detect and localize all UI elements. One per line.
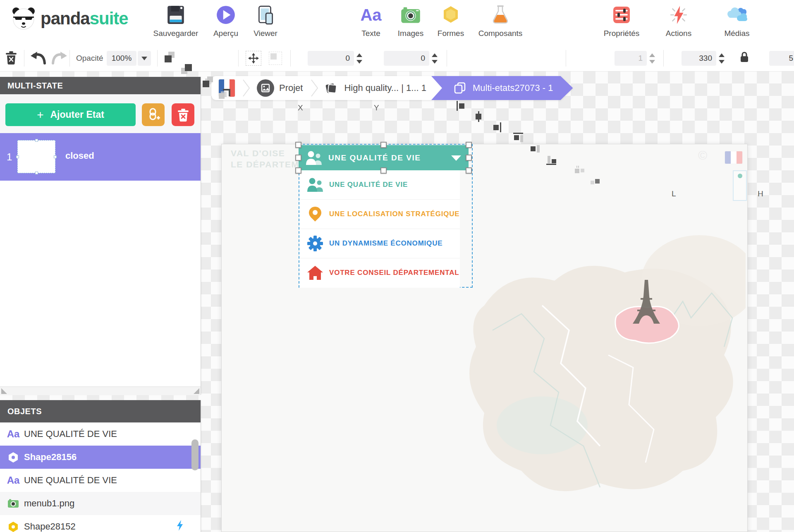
top-toolbar: pandasuite Sauvegarder Ap — [0, 0, 794, 46]
distribute-vertical-button[interactable] — [590, 176, 600, 186]
panda-logo-icon — [11, 6, 36, 31]
lock-ratio-button[interactable] — [739, 51, 749, 63]
people-icon — [305, 150, 323, 165]
x-value-field[interactable]: 0 — [308, 51, 354, 66]
house-icon — [305, 265, 325, 280]
image-object-icon — [5, 499, 22, 508]
breadcrumb-component-active[interactable]: Multi-etats27073 - 1 — [431, 76, 573, 100]
text-object-icon: Aa — [5, 475, 22, 485]
viewer-button[interactable]: Viewer — [243, 3, 288, 38]
multistate-empty-area — [0, 181, 201, 386]
object-row-shape28156-selected[interactable]: Shape28156 — [0, 446, 201, 469]
selection-handle-ne[interactable] — [466, 142, 472, 148]
menu-item-label: UNE QUALITÉ DE VIE — [329, 181, 408, 189]
preview-button[interactable]: Aperçu — [203, 3, 249, 38]
chevron-down-icon — [451, 155, 461, 161]
link-state-button[interactable] — [142, 103, 165, 126]
media-button[interactable]: Médias — [714, 3, 760, 38]
width-value-field[interactable]: 330 — [682, 51, 716, 66]
breadcrumb-project[interactable]: Projet — [251, 79, 310, 97]
images-tool-button[interactable]: Images — [388, 3, 433, 38]
state-thumbnail[interactable] — [17, 140, 55, 173]
y-stepper[interactable] — [430, 51, 439, 66]
align-center-horizontal-button[interactable] — [473, 111, 484, 122]
resize-grip-left[interactable] — [1, 388, 7, 394]
menu-item-quality[interactable]: UNE QUALITÉ DE VIE — [299, 170, 460, 200]
format-toolbar: Opacité 100% X 0 — [0, 45, 794, 72]
hexagon-icon — [428, 3, 474, 26]
panel-resize-bar[interactable] — [0, 386, 201, 395]
copyright-mark: © — [698, 148, 707, 162]
menu-header-label: UNE QUALITÉ DE VIE — [328, 153, 421, 162]
bring-forward-button[interactable] — [164, 51, 176, 63]
rotation-value-field[interactable]: 1 — [615, 51, 647, 66]
rotation-stepper[interactable] — [648, 51, 657, 66]
move-tool-button[interactable] — [246, 51, 261, 66]
menu-header-bar-selected[interactable]: UNE QUALITÉ DE VIE — [299, 145, 469, 170]
state-row-closed[interactable]: 1 closed — [0, 133, 201, 181]
width-label: L — [672, 181, 676, 207]
send-to-back-button[interactable] — [218, 88, 230, 100]
align-bottom-button[interactable] — [546, 154, 557, 165]
menu-dropdown-panel: UNE QUALITÉ DE VIE UNE LOCALISATION STRA… — [299, 170, 460, 288]
link-plus-icon — [147, 108, 160, 122]
state-name: closed — [65, 150, 94, 161]
save-button[interactable]: Sauvegarder — [148, 3, 203, 38]
objects-panel: OBJETS Aa UNE QUALITÉ DE VIE Shape28156 … — [0, 400, 201, 532]
object-row-image[interactable]: menub1.png — [0, 492, 201, 515]
y-value-field[interactable]: 0 — [384, 51, 429, 66]
menu-item-conseil[interactable]: VOTRE CONSEIL DÉPARTEMENTAL — [299, 258, 460, 287]
components-button[interactable]: Composants — [474, 3, 527, 38]
object-row-text-1[interactable]: Aa UNE QUALITÉ DE VIE — [0, 422, 201, 446]
object-row-text-2[interactable]: Aa UNE QUALITÉ DE VIE — [0, 469, 201, 492]
objects-scrollbar[interactable] — [191, 439, 198, 470]
text-tool-button[interactable]: Aa Texte — [348, 3, 394, 38]
redo-button[interactable] — [50, 51, 68, 66]
selection-handle-n[interactable] — [380, 142, 387, 148]
align-left-button[interactable] — [457, 100, 467, 111]
align-right-button[interactable] — [490, 122, 501, 133]
placeholder-frame[interactable] — [733, 170, 747, 201]
opacity-value-field[interactable]: 100% — [107, 51, 136, 66]
shape-hexagon-icon — [5, 452, 22, 463]
anchor-box-button[interactable] — [269, 52, 282, 65]
breadcrumb-screen[interactable]: High quality... | 1... 1 — [319, 80, 430, 96]
opacity-label: Opacité — [76, 45, 103, 71]
send-backward-button[interactable] — [180, 63, 193, 76]
shape-hexagon-icon — [5, 521, 22, 532]
height-label: H — [758, 181, 763, 207]
objects-panel-title: OBJETS — [0, 400, 201, 422]
height-value-field[interactable]: 5 — [769, 51, 794, 66]
distribute-horizontal-button[interactable] — [574, 165, 585, 176]
play-circle-icon — [203, 3, 249, 26]
x-stepper[interactable] — [355, 51, 364, 66]
delete-object-button[interactable] — [5, 51, 17, 65]
actions-button[interactable]: Actions — [656, 3, 701, 38]
align-middle-button[interactable] — [529, 143, 540, 154]
selection-handle-nw[interactable] — [295, 142, 301, 148]
properties-button[interactable]: Propriétés — [597, 3, 646, 38]
width-stepper[interactable] — [717, 51, 726, 66]
menu-item-dynamisme[interactable]: UN DYNAMISME ÉCONOMIQUE — [299, 229, 460, 258]
selection-handle-w[interactable] — [295, 155, 301, 161]
menu-item-label: VOTRE CONSEIL DÉPARTEMENTAL — [329, 269, 459, 277]
selection-handle-e[interactable] — [466, 155, 472, 161]
delete-state-button[interactable] — [172, 103, 194, 126]
undo-icon — [30, 51, 47, 66]
selection-handle-se[interactable] — [466, 167, 472, 174]
shapes-tool-button[interactable]: Formes — [428, 3, 474, 38]
trash-x-icon — [177, 108, 189, 122]
menu-item-localisation[interactable]: UNE LOCALISATION STRATÉGIQUE — [299, 200, 460, 229]
opacity-dropdown-button[interactable] — [138, 51, 151, 66]
bring-to-front-button[interactable] — [202, 76, 214, 88]
chevron-down-icon — [141, 57, 147, 60]
undo-button[interactable] — [30, 51, 47, 66]
resize-grip-right[interactable] — [194, 388, 199, 394]
align-top-button[interactable] — [513, 133, 524, 143]
y-label: Y — [374, 95, 379, 121]
object-row-shape28152[interactable]: Shape28152 — [0, 515, 201, 532]
app-logo[interactable]: pandasuite — [11, 6, 128, 31]
selection-handle-s[interactable] — [380, 167, 387, 174]
selection-handle-sw[interactable] — [295, 167, 301, 174]
add-state-button[interactable]: + Ajouter Etat — [5, 103, 136, 126]
